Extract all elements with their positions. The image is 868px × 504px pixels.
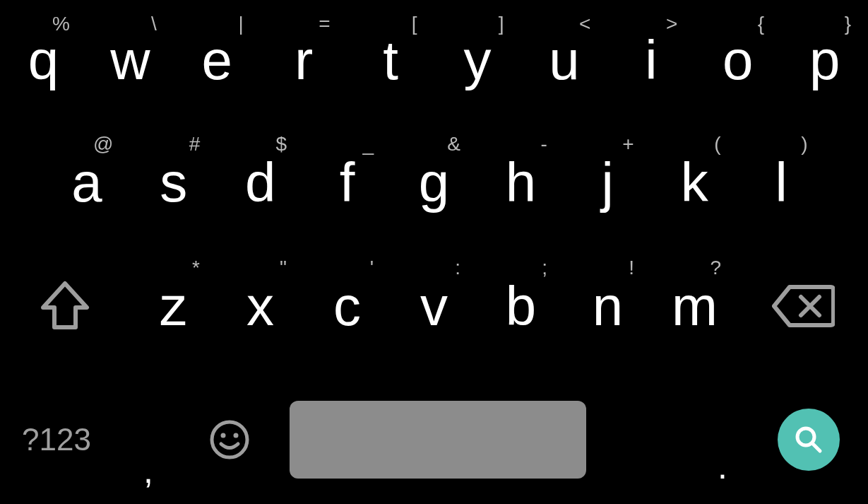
- shift-icon: [40, 281, 90, 332]
- key-label: v: [420, 279, 448, 334]
- key-hint: ': [370, 257, 374, 279]
- row-1: %q \w |e =r [t ]y <u >i {o }p: [0, 0, 868, 120]
- key-label: g: [419, 155, 449, 210]
- key-label: k: [681, 155, 708, 210]
- key-b[interactable]: ;b: [477, 244, 564, 368]
- row-3-letters: *z "x 'c :v ;b !n ?m: [130, 244, 738, 368]
- key-hint: <: [579, 13, 590, 35]
- key-hint: |: [238, 13, 243, 35]
- key-hint: +: [622, 133, 634, 156]
- key-label: l: [775, 155, 787, 210]
- key-m[interactable]: ?m: [651, 244, 738, 368]
- key-label: f: [340, 155, 355, 210]
- key-j[interactable]: +j: [564, 120, 651, 244]
- key-hint: [: [412, 13, 417, 35]
- key-p[interactable]: }p: [781, 0, 868, 120]
- keyboard: %q \w |e =r [t ]y <u >i {o }p @a #s $d _…: [0, 0, 868, 504]
- key-r[interactable]: =r: [261, 0, 347, 120]
- symbols-label: ?123: [22, 422, 91, 457]
- key-label: h: [506, 155, 536, 210]
- symbols-key[interactable]: ?123: [0, 382, 113, 497]
- key-label: n: [593, 279, 623, 334]
- key-hint: #: [189, 133, 201, 156]
- key-hint: >: [666, 13, 677, 35]
- key-t[interactable]: [t: [347, 0, 434, 120]
- key-k[interactable]: (k: [651, 120, 738, 244]
- key-u[interactable]: <u: [521, 0, 607, 120]
- key-label: i: [645, 33, 657, 88]
- key-label: u: [549, 33, 579, 88]
- key-label: w: [110, 33, 150, 88]
- key-s[interactable]: #s: [130, 120, 217, 244]
- key-hint: =: [319, 13, 330, 35]
- key-hint: {: [758, 13, 764, 35]
- key-x[interactable]: "x: [217, 244, 304, 368]
- key-hint: $: [276, 133, 287, 156]
- key-hint: }: [845, 13, 851, 35]
- key-a[interactable]: @a: [43, 120, 130, 244]
- key-f[interactable]: _f: [304, 120, 391, 244]
- key-label: y: [463, 33, 491, 88]
- key-label: o: [723, 33, 753, 88]
- key-hint: %: [52, 13, 70, 35]
- key-h[interactable]: -h: [477, 120, 564, 244]
- backspace-key[interactable]: [738, 244, 868, 368]
- space-key[interactable]: [275, 382, 600, 497]
- search-key[interactable]: [756, 382, 862, 497]
- key-label: x: [246, 279, 274, 334]
- svg-point-2: [234, 433, 239, 438]
- key-label: q: [28, 33, 59, 88]
- key-hint: ;: [542, 257, 547, 279]
- backspace-icon: [771, 284, 835, 328]
- space-bar: [290, 401, 586, 479]
- key-hint: -: [541, 133, 547, 156]
- search-button: [778, 409, 840, 471]
- comma-key[interactable]: ,: [113, 382, 184, 497]
- row-4: ?123 , .: [0, 382, 868, 504]
- key-label: s: [160, 155, 187, 210]
- key-label: r: [295, 33, 313, 88]
- key-label: p: [809, 33, 840, 88]
- key-c[interactable]: 'c: [304, 244, 391, 368]
- key-label: z: [160, 279, 187, 334]
- row-3: *z "x 'c :v ;b !n ?m: [0, 244, 868, 368]
- key-hint: \: [151, 13, 157, 35]
- key-label: b: [506, 279, 536, 334]
- emoji-icon: [209, 419, 250, 460]
- period-key[interactable]: .: [600, 382, 756, 497]
- key-y[interactable]: ]y: [434, 0, 521, 120]
- key-hint: *: [192, 257, 200, 279]
- key-n[interactable]: !n: [564, 244, 651, 368]
- svg-point-0: [212, 422, 247, 457]
- key-g[interactable]: &g: [391, 120, 477, 244]
- key-l[interactable]: )l: [738, 120, 825, 244]
- key-hint: (: [714, 133, 720, 156]
- key-label: j: [602, 155, 614, 210]
- key-label: m: [672, 279, 718, 334]
- svg-line-4: [812, 443, 820, 451]
- key-q[interactable]: %q: [0, 0, 87, 120]
- key-hint: ?: [710, 257, 721, 279]
- key-e[interactable]: |e: [174, 0, 261, 120]
- emoji-key[interactable]: [184, 382, 275, 497]
- key-v[interactable]: :v: [391, 244, 477, 368]
- key-hint: :: [455, 257, 460, 279]
- key-d[interactable]: $d: [217, 120, 304, 244]
- key-i[interactable]: >i: [607, 0, 694, 120]
- key-hint: ]: [499, 13, 504, 35]
- key-hint: &: [447, 133, 460, 156]
- key-label: e: [202, 33, 232, 88]
- key-hint: ": [280, 257, 287, 279]
- shift-key[interactable]: [0, 244, 130, 368]
- key-label: a: [71, 155, 102, 210]
- key-hint: !: [629, 257, 634, 279]
- key-o[interactable]: {o: [694, 0, 781, 120]
- key-label: d: [245, 155, 275, 210]
- search-icon: [792, 423, 826, 457]
- key-hint: ): [801, 133, 807, 156]
- key-z[interactable]: *z: [130, 244, 217, 368]
- row-2: @a #s $d _f &g -h +j (k )l: [0, 120, 868, 244]
- svg-point-1: [221, 433, 226, 438]
- key-w[interactable]: \w: [87, 0, 174, 120]
- key-label: t: [383, 33, 398, 88]
